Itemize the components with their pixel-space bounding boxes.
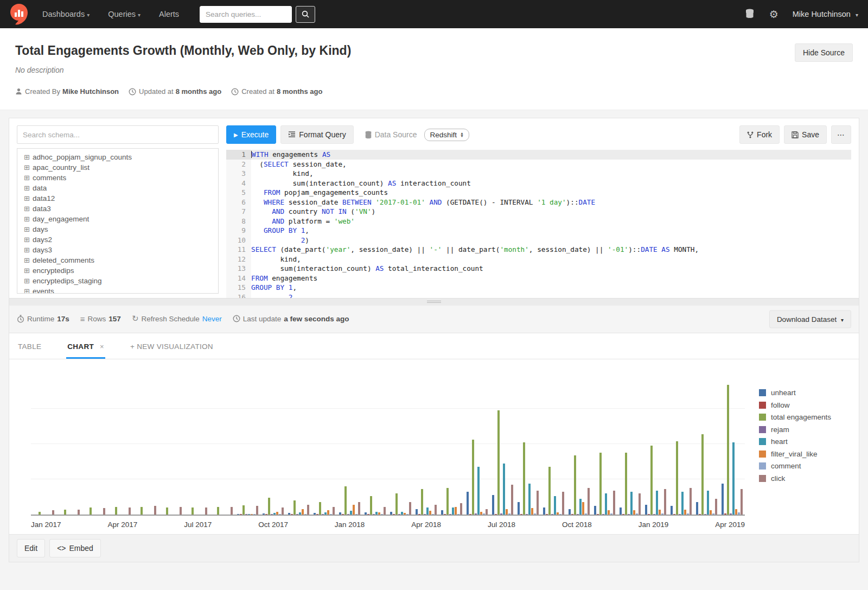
format-query-button[interactable]: Format Query — [280, 125, 353, 144]
schema-table-day_engagement[interactable]: ⊞day_engagement — [24, 214, 218, 224]
bar-total_engagements[interactable] — [727, 385, 729, 515]
bar-total_engagements[interactable] — [90, 507, 92, 515]
bar-group-oct-2018[interactable] — [566, 375, 592, 515]
bar-group-jun-2018[interactable] — [464, 375, 490, 515]
user-menu[interactable]: Mike Hutchinson ▾ — [793, 10, 858, 18]
bar-follow[interactable] — [316, 514, 318, 515]
bar-follow[interactable] — [673, 514, 675, 515]
bar-click[interactable] — [460, 503, 462, 515]
bar-total_engagements[interactable] — [446, 488, 449, 515]
schema-table-deleted_comments[interactable]: ⊞deleted_comments — [24, 255, 218, 265]
bar-follow[interactable] — [546, 514, 548, 515]
bar-rejam[interactable] — [398, 514, 400, 515]
bar-click[interactable] — [562, 492, 564, 515]
bar-filter_viral_like[interactable] — [353, 505, 355, 515]
bar-total_engagements[interactable] — [293, 500, 296, 515]
bar-group-dec-2018[interactable] — [617, 375, 643, 515]
bar-unheart[interactable] — [543, 507, 545, 515]
bar-rejam[interactable] — [551, 514, 553, 515]
tab-table[interactable]: TABLE — [17, 335, 42, 359]
query-description[interactable]: No description — [15, 66, 853, 74]
bar-click[interactable] — [129, 507, 131, 515]
schema-table-apac_country_list[interactable]: ⊞apac_country_list — [24, 162, 218, 173]
bar-filter_viral_like[interactable] — [480, 512, 482, 515]
bar-heart[interactable] — [605, 493, 607, 515]
bar-click[interactable] — [537, 491, 539, 515]
bar-rejam[interactable] — [296, 514, 298, 515]
bar-click[interactable] — [741, 489, 743, 515]
bar-unheart[interactable] — [594, 506, 596, 515]
bar-unheart[interactable] — [645, 505, 647, 515]
legend-item-rejam[interactable]: rejam — [759, 426, 844, 434]
bar-total_engagements[interactable] — [548, 467, 551, 515]
bar-click[interactable] — [715, 499, 717, 515]
legend-item-comment[interactable]: comment — [759, 462, 844, 470]
bar-total_engagements[interactable] — [472, 440, 474, 515]
bar-click[interactable] — [307, 505, 309, 515]
bar-total_engagements[interactable] — [344, 486, 347, 515]
hide-source-button[interactable]: Hide Source — [795, 43, 853, 62]
schema-table-events[interactable]: ⊞events — [24, 286, 218, 294]
bar-click[interactable] — [282, 507, 284, 515]
bar-heart[interactable] — [579, 499, 582, 515]
bar-total_engagements[interactable] — [319, 502, 321, 515]
bar-unheart[interactable] — [518, 502, 520, 515]
bar-heart[interactable] — [707, 491, 709, 515]
bar-filter_viral_like[interactable] — [455, 507, 457, 515]
bar-total_engagements[interactable] — [523, 442, 525, 515]
bar-rejam[interactable] — [449, 514, 451, 515]
embed-button[interactable]: <> Embed — [49, 539, 101, 557]
schema-table-days2[interactable]: ⊞days2 — [24, 234, 218, 245]
bar-filter_viral_like[interactable] — [276, 512, 278, 515]
bar-rejam[interactable] — [322, 514, 324, 515]
bar-heart[interactable] — [656, 491, 658, 515]
bar-filter_viral_like[interactable] — [735, 509, 737, 515]
bar-group-sep-2018[interactable] — [541, 375, 566, 515]
bar-total_engagements[interactable] — [676, 441, 678, 515]
bar-click[interactable] — [639, 493, 641, 515]
bar-click[interactable] — [435, 505, 437, 515]
bar-comment[interactable] — [279, 514, 281, 515]
bar-follow[interactable] — [444, 514, 446, 515]
bar-filter_viral_like[interactable] — [582, 502, 584, 515]
bar-total_engagements[interactable] — [217, 507, 219, 515]
bar-follow[interactable] — [495, 514, 497, 515]
nav-item-queries[interactable]: Queries▾ — [108, 10, 141, 18]
bar-total_engagements[interactable] — [166, 507, 168, 515]
edit-button[interactable]: Edit — [17, 539, 45, 557]
bar-unheart[interactable] — [671, 506, 673, 515]
bar-total_engagements[interactable] — [115, 507, 117, 515]
nav-item-dashboards[interactable]: Dashboards▾ — [42, 10, 90, 18]
bar-heart[interactable] — [375, 512, 378, 515]
bar-total_engagements[interactable] — [268, 498, 270, 515]
bar-follow[interactable] — [699, 514, 701, 515]
bar-heart[interactable] — [528, 484, 531, 515]
sql-editor[interactable]: 1WITH engagements AS2 (SELECT session_da… — [226, 150, 851, 298]
bar-unheart[interactable] — [441, 510, 443, 515]
save-button[interactable]: Save — [784, 125, 827, 144]
bar-follow[interactable] — [724, 513, 726, 515]
schema-table-comments[interactable]: ⊞comments — [24, 173, 218, 183]
bar-heart[interactable] — [401, 512, 403, 515]
bar-group-mar-2017[interactable] — [82, 375, 107, 515]
bar-comment[interactable] — [687, 513, 689, 515]
legend-item-total_engagements[interactable]: total engagements — [759, 413, 844, 421]
data-sources-icon[interactable] — [744, 8, 755, 21]
bar-unheart[interactable] — [390, 512, 392, 515]
editor-resize-divider[interactable] — [9, 298, 859, 306]
bar-rejam[interactable] — [679, 514, 681, 515]
bar-heart[interactable] — [273, 513, 276, 515]
bar-group-may-2017[interactable] — [133, 375, 158, 515]
bar-heart[interactable] — [681, 492, 684, 515]
bar-comment[interactable] — [712, 513, 714, 515]
bar-group-feb-2018[interactable] — [362, 375, 388, 515]
bar-comment[interactable] — [432, 514, 434, 515]
tab-new-visualization[interactable]: + NEW VISUALIZATION — [129, 335, 214, 359]
bar-unheart[interactable] — [237, 514, 239, 515]
bar-total_engagements[interactable] — [64, 510, 66, 515]
bar-filter_viral_like[interactable] — [327, 510, 329, 515]
bar-total_engagements[interactable] — [650, 446, 653, 515]
bar-comment[interactable] — [559, 514, 561, 515]
schema-table-days[interactable]: ⊞days — [24, 224, 218, 234]
refresh-schedule-link[interactable]: Never — [202, 315, 222, 323]
